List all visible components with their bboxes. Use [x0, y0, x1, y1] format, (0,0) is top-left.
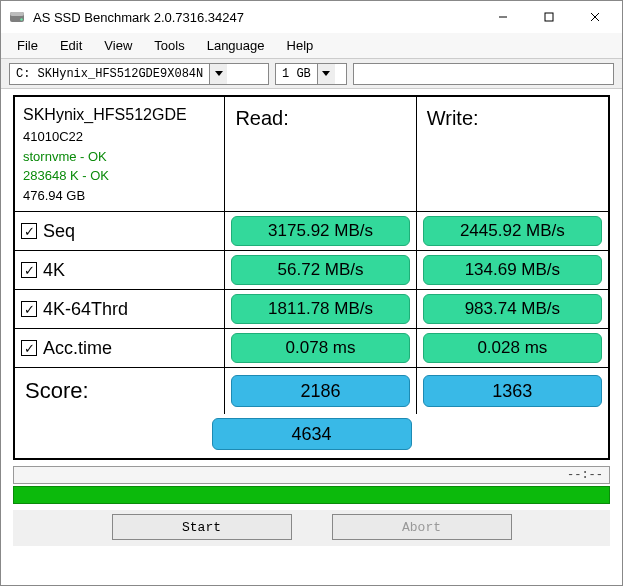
write-header: Write:	[417, 97, 608, 212]
button-row: Start Abort	[13, 510, 610, 546]
results-panel: SKHynix_HFS512GDE 41010C22 stornvme - OK…	[13, 95, 610, 460]
titlebar: AS SSD Benchmark 2.0.7316.34247	[1, 1, 622, 33]
menu-language[interactable]: Language	[197, 34, 275, 57]
4k64-checkbox[interactable]: ✓	[21, 301, 37, 317]
acc-label: Acc.time	[43, 338, 112, 359]
status-time: --:--	[567, 468, 603, 482]
progress-bar	[13, 486, 610, 504]
svg-point-2	[20, 18, 22, 20]
4k64-write-value: 983.74 MB/s	[423, 294, 602, 324]
4k64-read-value: 1811.78 MB/s	[231, 294, 409, 324]
abort-button[interactable]: Abort	[332, 514, 512, 540]
acc-read-value: 0.078 ms	[231, 333, 409, 363]
score-label: Score:	[15, 368, 225, 414]
score-read-value: 2186	[231, 375, 409, 407]
4k-write-value: 134.69 MB/s	[423, 255, 602, 285]
4k-read-cell: 56.72 MB/s	[225, 251, 416, 290]
window-title: AS SSD Benchmark 2.0.7316.34247	[33, 10, 480, 25]
menu-view[interactable]: View	[94, 34, 142, 57]
size-select-value: 1 GB	[276, 67, 317, 81]
acc-read-cell: 0.078 ms	[225, 329, 416, 368]
drive-info: SKHynix_HFS512GDE 41010C22 stornvme - OK…	[15, 97, 225, 212]
read-header: Read:	[225, 97, 416, 212]
4k-read-value: 56.72 MB/s	[231, 255, 409, 285]
content-area: SKHynix_HFS512GDE 41010C22 stornvme - OK…	[1, 89, 622, 585]
chevron-down-icon	[317, 64, 335, 84]
acc-checkbox[interactable]: ✓	[21, 340, 37, 356]
window-controls	[480, 2, 618, 32]
svg-rect-1	[10, 12, 24, 16]
menu-help[interactable]: Help	[277, 34, 324, 57]
menu-file[interactable]: File	[7, 34, 48, 57]
seq-label: Seq	[43, 221, 75, 242]
seq-checkbox[interactable]: ✓	[21, 223, 37, 239]
score-total-value: 4634	[212, 418, 412, 450]
size-select[interactable]: 1 GB	[275, 63, 347, 85]
seq-read-value: 3175.92 MB/s	[231, 216, 409, 246]
drive-firmware: 41010C22	[23, 127, 216, 147]
toolbar-textbox[interactable]	[353, 63, 614, 85]
start-button[interactable]: Start	[112, 514, 292, 540]
score-read-cell: 2186	[225, 368, 416, 414]
alignment-status: 283648 K - OK	[23, 166, 216, 186]
score-write-cell: 1363	[417, 368, 608, 414]
4k64-write-cell: 983.74 MB/s	[417, 290, 608, 329]
seq-write-cell: 2445.92 MB/s	[417, 212, 608, 251]
score-total-row: 4634	[15, 414, 608, 458]
seq-write-value: 2445.92 MB/s	[423, 216, 602, 246]
menu-tools[interactable]: Tools	[144, 34, 194, 57]
status-bar: --:--	[13, 466, 610, 484]
menu-edit[interactable]: Edit	[50, 34, 92, 57]
maximize-button[interactable]	[526, 2, 572, 32]
driver-status: stornvme - OK	[23, 147, 216, 167]
chevron-down-icon	[209, 64, 227, 84]
4k-label: 4K	[43, 260, 65, 281]
4k-write-cell: 134.69 MB/s	[417, 251, 608, 290]
toolbar: C: SKHynix_HFS512GDE9X084N 1 GB	[1, 59, 622, 89]
4k64-row: ✓ 4K-64Thrd	[15, 290, 225, 329]
acc-write-cell: 0.028 ms	[417, 329, 608, 368]
4k-checkbox[interactable]: ✓	[21, 262, 37, 278]
drive-capacity: 476.94 GB	[23, 186, 216, 206]
menubar: File Edit View Tools Language Help	[1, 33, 622, 59]
drive-select[interactable]: C: SKHynix_HFS512GDE9X084N	[9, 63, 269, 85]
close-button[interactable]	[572, 2, 618, 32]
minimize-button[interactable]	[480, 2, 526, 32]
score-write-value: 1363	[423, 375, 602, 407]
app-icon	[9, 9, 25, 25]
acc-row: ✓ Acc.time	[15, 329, 225, 368]
acc-write-value: 0.028 ms	[423, 333, 602, 363]
app-window: AS SSD Benchmark 2.0.7316.34247 File Edi…	[0, 0, 623, 586]
seq-read-cell: 3175.92 MB/s	[225, 212, 416, 251]
4k64-read-cell: 1811.78 MB/s	[225, 290, 416, 329]
4k64-label: 4K-64Thrd	[43, 299, 128, 320]
drive-select-value: C: SKHynix_HFS512GDE9X084N	[10, 67, 209, 81]
seq-row: ✓ Seq	[15, 212, 225, 251]
svg-rect-4	[545, 13, 553, 21]
4k-row: ✓ 4K	[15, 251, 225, 290]
drive-model: SKHynix_HFS512GDE	[23, 103, 216, 127]
